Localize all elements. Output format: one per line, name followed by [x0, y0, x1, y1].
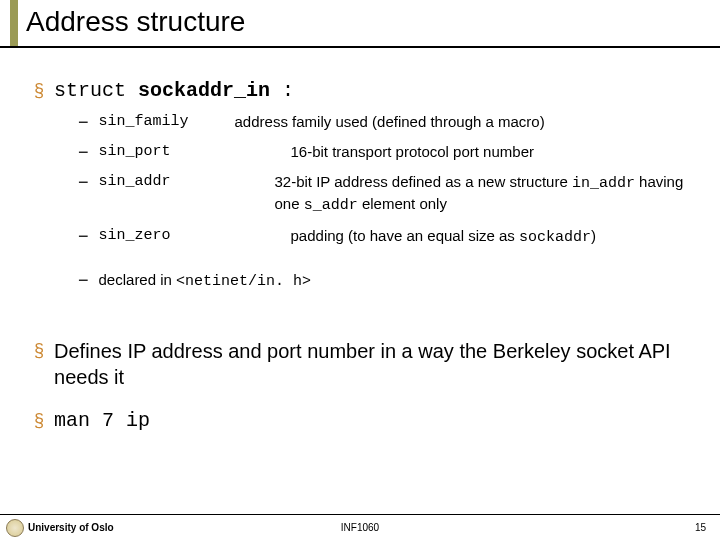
desc-part: 32-bit IP address defined as a new struc…	[275, 173, 572, 190]
field-name: sin_family	[99, 112, 235, 132]
desc-code: in_addr	[572, 175, 635, 192]
dash-icon: −	[78, 226, 89, 246]
footer-left: University of Oslo	[28, 522, 114, 533]
field-desc: 16-bit transport protocol port number	[235, 142, 700, 162]
footer: University of Oslo INF1060 15	[0, 514, 720, 540]
desc-part: element only	[358, 195, 447, 212]
field-name: sin_addr	[99, 172, 235, 192]
field-desc: address family used (defined through a m…	[235, 112, 700, 132]
title-accent	[10, 0, 18, 46]
field-row: − sin_zero padding (to have an equal siz…	[78, 226, 700, 248]
title-bar: Address structure	[0, 0, 720, 48]
field-desc: padding (to have an equal size as sockad…	[235, 226, 700, 248]
footer-page-number: 15	[695, 522, 706, 533]
field-row: − sin_addr 32-bit IP address defined as …	[78, 172, 700, 216]
declared-row: − declared in <netinet/in. h>	[78, 270, 700, 292]
struct-prefix: struct	[54, 79, 138, 102]
dash-icon: −	[78, 270, 89, 290]
desc-part: padding (to have an equal size as	[291, 227, 520, 244]
desc-code: sockaddr	[519, 229, 591, 246]
field-desc: 32-bit IP address defined as a new struc…	[235, 172, 700, 216]
bullet-icon: §	[34, 78, 44, 102]
bullet-man: § man 7 ip	[34, 408, 700, 434]
dash-icon: −	[78, 172, 89, 192]
struct-fields: − sin_family address family used (define…	[78, 112, 700, 292]
field-name: sin_zero	[99, 226, 235, 246]
field-row: − sin_family address family used (define…	[78, 112, 700, 132]
desc-part: )	[591, 227, 596, 244]
footer-center: INF1060	[341, 522, 379, 533]
field-name: sin_port	[99, 142, 235, 162]
slide-content: § struct sockaddr_in : − sin_family addr…	[0, 48, 720, 434]
dash-icon: −	[78, 142, 89, 162]
bullet-text: man 7 ip	[54, 408, 150, 434]
declared-code: <netinet/in. h>	[176, 273, 311, 290]
bullet-defines: § Defines IP address and port number in …	[34, 338, 700, 390]
field-row: − sin_port 16-bit transport protocol por…	[78, 142, 700, 162]
bullet-icon: §	[34, 338, 44, 362]
slide-title: Address structure	[26, 6, 720, 38]
dash-icon: −	[78, 112, 89, 132]
struct-name: sockaddr_in	[138, 79, 270, 102]
bullet-struct: § struct sockaddr_in :	[34, 78, 700, 104]
struct-suffix: :	[270, 79, 294, 102]
bullet-text: Defines IP address and port number in a …	[54, 338, 700, 390]
desc-code: s_addr	[304, 197, 358, 214]
declared-prefix: declared in	[99, 271, 177, 288]
bullet-icon: §	[34, 408, 44, 432]
declared-text: declared in <netinet/in. h>	[99, 270, 700, 292]
bullet-text: struct sockaddr_in :	[54, 78, 294, 104]
